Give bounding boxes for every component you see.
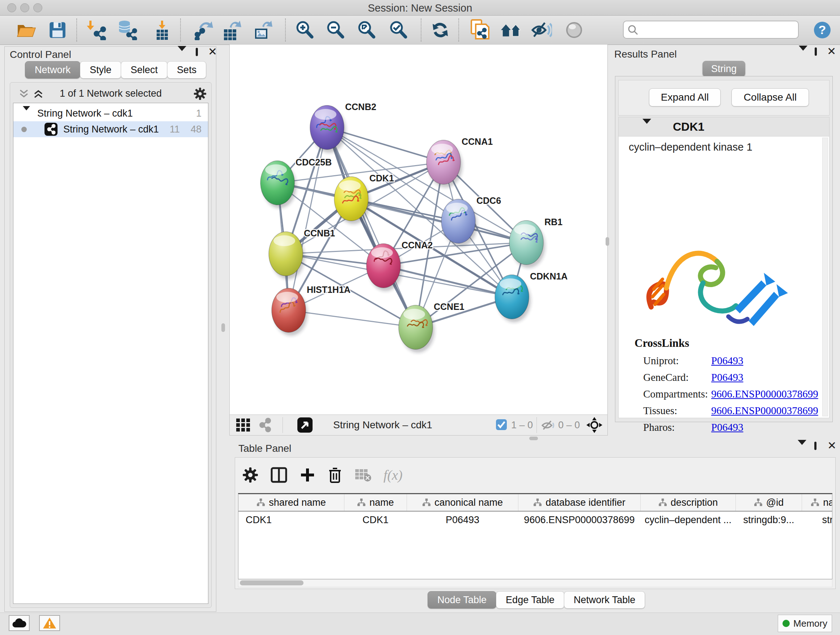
table-panel-float-icon[interactable] — [814, 443, 816, 449]
table-panel-menu-icon[interactable] — [798, 445, 806, 451]
network-type-icon — [44, 123, 57, 136]
tab-select[interactable]: Select — [121, 61, 167, 79]
import-table-file-icon[interactable] — [152, 19, 173, 41]
import-network-database-icon[interactable] — [117, 19, 138, 41]
show-all-eye-icon[interactable] — [564, 19, 584, 41]
zoom-fit-icon[interactable] — [356, 19, 377, 41]
control-panel-close-icon[interactable]: ✕ — [208, 48, 217, 57]
import-network-file-icon[interactable] — [86, 19, 107, 41]
hierarchy-icon — [357, 498, 366, 507]
tab-network[interactable]: Network — [25, 61, 80, 79]
apply-layout-icon[interactable] — [430, 19, 451, 41]
show-columns-icon[interactable] — [271, 467, 287, 483]
control-panel: Control Panel ✕ NetworkStyleSelectSets 1… — [4, 46, 216, 612]
table-cell[interactable]: 9606.ENSP00000378699 — [518, 511, 641, 528]
first-neighbors-icon[interactable] — [500, 19, 521, 41]
network-share-icon[interactable] — [257, 418, 272, 432]
export-table-icon[interactable] — [221, 19, 242, 41]
column-header-namespac[interactable]: namespac — [802, 494, 833, 511]
export-image-icon[interactable] — [253, 19, 273, 41]
clone-network-icon[interactable] — [470, 19, 491, 41]
main-toolbar: ? — [0, 16, 840, 45]
table-cell[interactable]: P06493 — [407, 511, 518, 528]
network-node-CCNB2[interactable]: CCNB2 — [310, 102, 376, 153]
grid-view-icon[interactable] — [235, 418, 251, 432]
table-scrollbar-thumb[interactable] — [240, 580, 303, 585]
table-cell[interactable]: cyclin–dependent ... — [641, 511, 736, 528]
network-edge-HIST1H1A-CCNE1[interactable] — [289, 310, 416, 327]
memory-button[interactable]: Memory — [778, 615, 832, 632]
pan-crosshair-icon[interactable] — [586, 417, 603, 433]
gene-collapse-icon[interactable] — [643, 124, 651, 130]
control-panel-title: Control Panel — [10, 49, 71, 60]
network-collection-row[interactable]: String Network – cdk1 1 — [13, 105, 208, 121]
right-splitter-handle[interactable] — [606, 237, 609, 246]
birds-eye-view-icon[interactable] — [297, 417, 313, 433]
network-node-CCNA1[interactable]: CCNA1 — [426, 136, 493, 187]
open-session-icon[interactable] — [16, 19, 37, 41]
table-panel-close-icon[interactable]: ✕ — [827, 442, 836, 451]
network-node-CCNB1[interactable]: CCNB1 — [269, 228, 335, 279]
left-splitter-handle[interactable] — [221, 323, 225, 332]
tab-sets[interactable]: Sets — [167, 61, 206, 79]
crosslink-value-link[interactable]: 9606.ENSP00000378699 — [711, 405, 818, 417]
warnings-button[interactable] — [39, 615, 60, 631]
help-icon[interactable]: ? — [812, 19, 833, 41]
hide-selected-eye-icon[interactable] — [531, 19, 552, 41]
tab-node-table[interactable]: Node Table — [428, 591, 496, 608]
zoom-in-icon[interactable] — [294, 19, 316, 41]
network-node-CDC6[interactable]: CDC6 — [441, 195, 501, 247]
tab-edge-table[interactable]: Edge Table — [496, 591, 564, 608]
table-cell[interactable]: stringdb:9... — [736, 511, 802, 528]
tab-string[interactable]: String — [703, 61, 745, 77]
tab-style[interactable]: Style — [80, 61, 121, 79]
crosslink-label: Uniprot: — [643, 355, 679, 367]
results-panel-close-icon[interactable]: ✕ — [827, 48, 836, 57]
search-input[interactable] — [643, 22, 796, 37]
network-canvas[interactable]: CCNB2CCNA1CDC25BCDK1CDC6RB1CCNB1CCNA2CDK… — [230, 44, 607, 415]
network-node-CDC25B[interactable]: CDC25B — [261, 157, 332, 208]
column-header-id[interactable]: @id — [736, 494, 802, 511]
results-scrollbar[interactable] — [822, 138, 828, 416]
save-session-icon[interactable] — [47, 19, 68, 41]
tab-network-table[interactable]: Network Table — [564, 591, 645, 608]
network-options-gear-icon[interactable] — [193, 87, 207, 101]
table-cell[interactable]: CDK1 — [238, 511, 344, 528]
network-node-CCNE1[interactable]: CCNE1 — [399, 302, 464, 353]
horizontal-splitter-handle[interactable] — [529, 437, 538, 440]
column-header-database-identifier[interactable]: database identifier — [518, 494, 641, 511]
network-row[interactable]: String Network – cdk1 11 48 — [13, 121, 208, 137]
collapse-all-button[interactable]: Collapse All — [731, 88, 809, 106]
zoom-selected-icon[interactable] — [388, 19, 409, 41]
gene-section-header[interactable]: CDK1 — [619, 117, 829, 136]
control-panel-float-icon[interactable] — [196, 49, 198, 55]
table-options-gear-icon[interactable] — [242, 467, 258, 483]
crosslink-value-link[interactable]: P06493 — [711, 421, 744, 433]
network-edge-CCNB2-CCNE1[interactable] — [327, 127, 416, 327]
network-node-RB1[interactable]: RB1 — [509, 217, 562, 268]
column-header-shared-name[interactable]: shared name — [238, 494, 344, 511]
control-panel-menu-icon[interactable] — [178, 51, 186, 57]
results-panel-menu-icon[interactable] — [799, 51, 807, 57]
column-header-description[interactable]: description — [641, 494, 736, 511]
table-cell[interactable]: CDK1 — [344, 511, 407, 528]
column-header-canonical-name[interactable]: canonical name — [407, 494, 518, 511]
network-edge-CCNB2-HIST1H1A[interactable] — [289, 127, 327, 310]
network-node-CDKN1A[interactable]: CDKN1A — [495, 271, 568, 322]
crosslink-value-link[interactable]: P06493 — [711, 355, 744, 367]
column-header-name[interactable]: name — [344, 494, 407, 511]
results-panel-float-icon[interactable] — [815, 49, 817, 55]
expand-all-button[interactable]: Expand All — [649, 88, 721, 106]
network-node-CDK1[interactable]: CDK1 — [334, 173, 394, 224]
export-network-icon[interactable] — [194, 19, 215, 41]
zoom-out-icon[interactable] — [325, 19, 346, 41]
crosslink-value-link[interactable]: 9606.ENSP00000378699 — [711, 388, 818, 400]
delete-column-trash-icon[interactable] — [328, 467, 342, 483]
network-node-HIST1H1A[interactable]: HIST1H1A — [272, 285, 351, 336]
node-label-CDC6: CDC6 — [477, 195, 501, 206]
selected-checkbox[interactable] — [496, 419, 507, 430]
table-cell[interactable]: stringdb — [802, 511, 833, 528]
add-column-icon[interactable] — [300, 467, 316, 483]
cloud-status-button[interactable] — [9, 615, 30, 631]
crosslink-value-link[interactable]: P06493 — [711, 371, 744, 383]
